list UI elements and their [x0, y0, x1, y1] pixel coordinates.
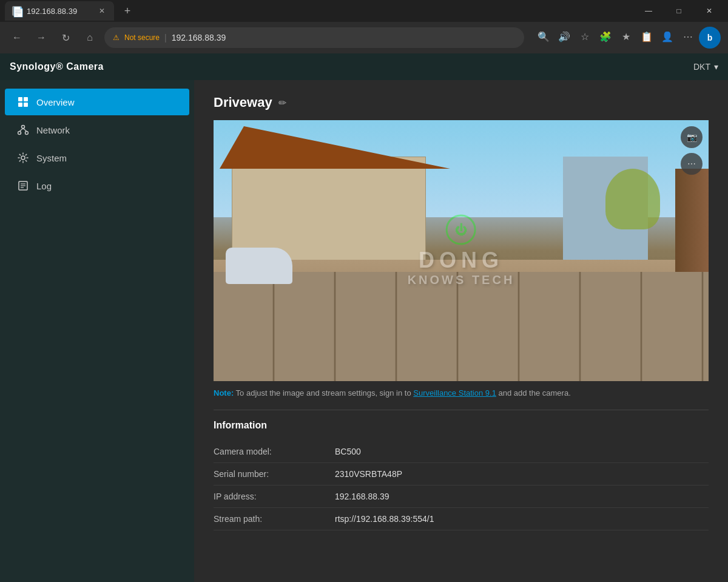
tree [605, 169, 660, 229]
watermark-circle: ⏻ [446, 215, 476, 245]
info-row-serial-number: Serial number: 2310VSRBTA48P [214, 463, 709, 486]
tab-close-button[interactable]: ✕ [97, 6, 107, 16]
page-title: Driveway [214, 95, 272, 110]
watermark-power-icon: ⏻ [455, 223, 467, 237]
camera-more-button[interactable]: ⋯ [681, 153, 703, 175]
stream-path-label: Stream path: [214, 514, 335, 524]
new-tab-button[interactable]: + [119, 2, 136, 19]
username-label: DKT [693, 62, 710, 72]
svg-line-7 [19, 129, 23, 132]
minimize-button[interactable]: — [635, 1, 662, 21]
security-icon: ⚠ [113, 33, 120, 42]
address-bar: ← → ↻ ⌂ ⚠ Not secure | 192.168.88.39 🔍 🔊… [0, 22, 728, 53]
app-wrapper: Synology® Camera DKT ▾ Overview [0, 53, 728, 582]
extensions-button[interactable]: 🧩 [596, 27, 615, 46]
svg-point-4 [22, 126, 25, 129]
car [226, 248, 292, 284]
info-row-ip-address: IP address: 192.168.88.39 [214, 486, 709, 508]
serial-number-label: Serial number: [214, 469, 335, 479]
stream-path-value: rtsp://192.168.88.39:554/1 [335, 514, 434, 524]
address-input[interactable]: ⚠ Not secure | 192.168.88.39 [104, 27, 524, 48]
app-header: Synology® Camera DKT ▾ [0, 53, 728, 80]
svg-rect-2 [18, 103, 22, 107]
edit-title-icon[interactable]: ✏ [278, 97, 286, 109]
browser-titlebar: 📄 192.168.88.39 ✕ + — □ ✕ [0, 0, 728, 22]
address-url: 192.168.88.39 [172, 33, 226, 42]
reload-button[interactable]: ↻ [56, 28, 75, 47]
browser-profile-button[interactable]: 👤 [658, 27, 677, 46]
system-icon [17, 152, 29, 164]
page-title-row: Driveway ✏ [214, 95, 709, 110]
browser-tab[interactable]: 📄 192.168.88.39 ✕ [5, 1, 114, 21]
svg-line-8 [23, 129, 27, 132]
concrete-lines [214, 272, 709, 381]
note-text: Note: To adjust the image and stream set… [214, 388, 709, 398]
camera-overlay: 📷 ⋯ [681, 126, 703, 175]
address-separator: | [164, 33, 167, 42]
sidebar-item-label-overview: Overview [36, 97, 75, 107]
sidebar-item-label-system: System [36, 153, 67, 163]
concrete-area [214, 272, 709, 381]
forward-button[interactable]: → [32, 28, 51, 47]
ip-address-value: 192.168.88.39 [335, 492, 389, 501]
ip-address-label: IP address: [214, 492, 335, 501]
information-section: Information Camera model: BC500 Serial n… [214, 410, 709, 530]
serial-number-value: 2310VSRBTA48P [335, 469, 402, 479]
home-button[interactable]: ⌂ [80, 28, 99, 47]
sidebar-item-system[interactable]: System [5, 144, 189, 171]
back-button[interactable]: ← [7, 28, 27, 47]
camera-model-label: Camera model: [214, 447, 335, 456]
user-menu[interactable]: DKT ▾ [693, 62, 718, 72]
content-area: Driveway ✏ [194, 80, 728, 582]
camera-model-value: BC500 [335, 447, 361, 456]
sidebar-item-label-log: Log [36, 181, 52, 191]
user-caret-icon: ▾ [714, 62, 718, 72]
window-controls: — □ ✕ [635, 1, 723, 21]
close-button[interactable]: ✕ [695, 1, 723, 21]
sidebar-item-label-network: Network [36, 125, 70, 135]
search-button[interactable]: 🔍 [534, 27, 553, 46]
sidebar: Overview Network [0, 80, 194, 582]
read-aloud-button[interactable]: 🔊 [554, 27, 574, 46]
collections-button[interactable]: 📋 [637, 27, 656, 46]
app-logo: Synology® Camera [10, 61, 104, 72]
log-icon [17, 180, 29, 192]
camera-view: ⏻ DONG KNOWS TECH 📷 ⋯ [214, 120, 709, 381]
logo-text: Synology® Camera [10, 61, 104, 72]
note-label: Note: [214, 388, 234, 398]
sidebar-item-network[interactable]: Network [5, 117, 189, 143]
more-options-button[interactable]: ⋯ [678, 27, 698, 46]
svg-rect-3 [24, 103, 28, 107]
surveillance-station-link[interactable]: Surveillance Station 9.1 [413, 388, 496, 398]
bing-button[interactable]: b [699, 27, 721, 49]
info-row-camera-model: Camera model: BC500 [214, 441, 709, 463]
sidebar-item-log[interactable]: Log [5, 172, 189, 199]
sidebar-item-overview[interactable]: Overview [5, 89, 189, 115]
note-suffix: and add the camera. [499, 388, 571, 398]
svg-point-9 [21, 156, 25, 160]
information-title: Information [214, 420, 709, 431]
camera-snapshot-button[interactable]: 📷 [681, 126, 703, 148]
app-main: Overview Network [0, 80, 728, 582]
svg-point-5 [18, 132, 21, 135]
maximize-button[interactable]: □ [665, 1, 693, 21]
note-body: To adjust the image and stream settings,… [236, 388, 414, 398]
toolbar-icons: 🔍 🔊 ☆ 🧩 ★ 📋 👤 ⋯ b [534, 27, 721, 49]
favorites-button[interactable]: ☆ [575, 27, 595, 46]
star-button[interactable]: ★ [616, 27, 636, 46]
tab-title: 192.168.88.39 [27, 7, 92, 16]
tab-favicon: 📄 [12, 6, 22, 16]
security-label: Not secure [124, 33, 160, 42]
overview-icon [17, 96, 29, 108]
house-roof [220, 126, 450, 169]
svg-rect-1 [24, 97, 28, 101]
svg-point-6 [25, 132, 29, 135]
network-icon [17, 124, 29, 136]
svg-rect-0 [18, 97, 22, 101]
info-row-stream-path: Stream path: rtsp://192.168.88.39:554/1 [214, 508, 709, 530]
